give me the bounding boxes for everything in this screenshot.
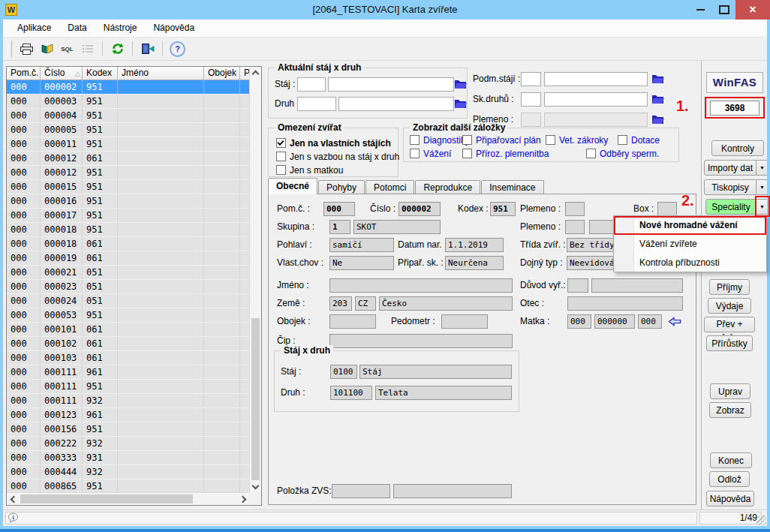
sxd-staj-code-field[interactable]: 0100 xyxy=(330,365,357,379)
table-row[interactable]: 000 000156 951 xyxy=(7,422,249,437)
table-row[interactable]: 000 000011 951 xyxy=(7,137,249,152)
importy-dat-button[interactable]: Importy dat xyxy=(704,160,756,176)
staj-code-input[interactable] xyxy=(297,77,326,92)
table-row[interactable]: 000 000333 931 xyxy=(7,451,249,465)
table-row[interactable]: 000 000101 061 xyxy=(7,323,249,337)
polozka-zvs-name-field[interactable] xyxy=(393,484,512,498)
list-properties-button[interactable] xyxy=(78,40,97,58)
sxd-druh-name-field[interactable]: Telata xyxy=(375,386,512,400)
tab[interactable]: Pohyby xyxy=(318,180,365,194)
tab[interactable]: Potomci xyxy=(365,180,414,194)
plemeno-filter-code-input[interactable] xyxy=(521,113,541,127)
table-row[interactable]: 000 000005 951 xyxy=(7,123,249,137)
duvod-vyr-code-field[interactable] xyxy=(567,278,588,293)
extra-tab-checkbox[interactable]: Vážení xyxy=(410,148,451,159)
resize-grip[interactable] xyxy=(756,515,766,525)
druh-code-input[interactable] xyxy=(297,97,336,111)
open-button[interactable] xyxy=(38,40,56,58)
help-button[interactable]: ? xyxy=(168,40,187,58)
context-menu-item[interactable]: Vážení zvířete xyxy=(614,235,766,254)
horizontal-scrollbar-thumb[interactable] xyxy=(20,494,193,503)
podm-staji-code-input[interactable] xyxy=(521,72,541,86)
table-row[interactable]: 000 000015 951 xyxy=(7,180,249,194)
vydaje-button[interactable]: Výdaje xyxy=(708,298,751,314)
plemeno2-code-field[interactable] xyxy=(565,220,585,234)
extra-tab-checkbox[interactable]: Dotace xyxy=(618,134,660,146)
druh-lookup-button[interactable] xyxy=(453,98,468,110)
column-header-p[interactable]: P xyxy=(240,67,249,80)
zeme-code-field[interactable]: 203 xyxy=(329,296,352,311)
table-row[interactable]: 000 000018 061 xyxy=(7,237,249,251)
pomc-field[interactable]: 000 xyxy=(323,202,355,216)
prirustky-button[interactable]: Přírůstky xyxy=(706,335,753,351)
extra-tab-checkbox[interactable]: Připařovací plán xyxy=(462,134,541,146)
polozka-zvs-code-field[interactable] xyxy=(332,484,390,498)
tab[interactable]: Inseminace xyxy=(481,180,543,194)
otec-field[interactable] xyxy=(567,296,683,311)
matka-number-field[interactable]: 000000 xyxy=(594,314,635,329)
refresh-button[interactable] xyxy=(108,40,127,58)
kontroly-button[interactable]: Kontroly xyxy=(711,140,764,156)
datum-nar-field[interactable]: 1.1.2019 xyxy=(445,238,504,252)
table-row[interactable]: 000 000222 932 xyxy=(7,437,249,451)
table-row[interactable]: 000 000111 951 xyxy=(7,380,249,394)
plemeno1-field[interactable] xyxy=(565,202,585,216)
pedometr-field[interactable] xyxy=(441,314,488,329)
table-row[interactable]: 000 000018 951 xyxy=(7,223,249,237)
table-row[interactable]: 000 000016 951 xyxy=(7,194,249,209)
close-button[interactable]: × xyxy=(735,0,770,20)
table-row[interactable]: 000 000023 051 xyxy=(7,280,249,294)
matka-suffix-field[interactable]: 000 xyxy=(638,314,662,329)
extra-tab-checkbox[interactable]: Vet. zákroky xyxy=(546,134,608,146)
column-header-cislo[interactable]: Číslo△ xyxy=(41,67,83,80)
kodex-field[interactable]: 951 xyxy=(490,202,516,216)
maximize-button[interactable] xyxy=(712,0,735,20)
extra-tab-checkbox[interactable]: Odběry sperm. xyxy=(586,148,659,159)
table-row[interactable]: 000 000021 051 xyxy=(7,266,249,280)
sk-druhu-lookup-button[interactable] xyxy=(650,93,666,106)
jmeno-field[interactable] xyxy=(329,278,513,293)
odloz-button[interactable]: Odlož xyxy=(709,471,750,487)
scroll-left-button[interactable] xyxy=(7,493,19,505)
context-menu-item[interactable]: Nové hromadné vážení xyxy=(614,216,766,235)
cip-field[interactable] xyxy=(329,334,513,348)
table-row[interactable]: 000 000444 932 xyxy=(7,465,249,479)
column-header-jmeno[interactable]: Jméno xyxy=(118,67,204,80)
sk-druhu-name-input[interactable] xyxy=(544,92,648,107)
table-row[interactable]: 000 000102 061 xyxy=(7,337,249,351)
zobraz-button[interactable]: Zobraz xyxy=(709,402,751,418)
menubar-item[interactable]: Data xyxy=(59,20,95,37)
scroll-up-button[interactable] xyxy=(250,67,261,79)
table-row[interactable]: 000 000111 932 xyxy=(7,394,249,408)
prev-preraz-button[interactable]: Přev + přeřaz xyxy=(704,317,755,332)
table-row[interactable]: 000 000103 061 xyxy=(7,351,249,365)
column-header-kodex[interactable]: Kodex xyxy=(83,67,118,80)
filter-checkbox[interactable]: Jen na vlastních stájích xyxy=(276,137,391,149)
pohlavi-field[interactable]: samičí xyxy=(329,238,394,252)
extra-tab-checkbox[interactable]: Diagnostiky xyxy=(410,134,470,146)
table-row[interactable]: 000 000865 951 xyxy=(7,479,249,492)
sxd-druh-code-field[interactable]: 101100 xyxy=(330,386,372,400)
prijmy-button[interactable]: Příjmy xyxy=(709,279,750,295)
druh-name-input[interactable] xyxy=(338,97,454,111)
table-row[interactable]: 000 000004 951 xyxy=(7,109,249,123)
menubar-item[interactable]: Aplikace xyxy=(9,20,59,37)
vertical-scrollbar[interactable] xyxy=(249,67,261,492)
exit-button[interactable] xyxy=(138,40,157,58)
sxd-staj-name-field[interactable]: Stáj xyxy=(359,365,512,379)
extra-tab-checkbox[interactable]: Příroz. plemenitba xyxy=(462,148,549,159)
table-row[interactable]: 000 000012 061 xyxy=(7,152,249,166)
table-row[interactable]: 000 000002 951 xyxy=(7,80,249,95)
skupina-name-field[interactable]: SKOT xyxy=(353,220,441,234)
plemeno-filter-name-input[interactable] xyxy=(544,113,648,127)
table-row[interactable]: 000 000053 951 xyxy=(7,308,249,323)
podm-staji-lookup-button[interactable] xyxy=(650,73,666,86)
staj-lookup-button[interactable] xyxy=(453,78,468,91)
context-menu-item[interactable]: Kontrola příbuznosti xyxy=(614,254,766,272)
uprav-button[interactable]: Uprav xyxy=(710,383,750,399)
table-row[interactable]: 000 000019 061 xyxy=(7,251,249,266)
zeme-name-field[interactable]: Česko xyxy=(379,296,513,311)
sk-druhu-code-input[interactable] xyxy=(521,92,541,107)
box-field[interactable] xyxy=(657,202,677,216)
table-row[interactable]: 000 000012 951 xyxy=(7,166,249,180)
